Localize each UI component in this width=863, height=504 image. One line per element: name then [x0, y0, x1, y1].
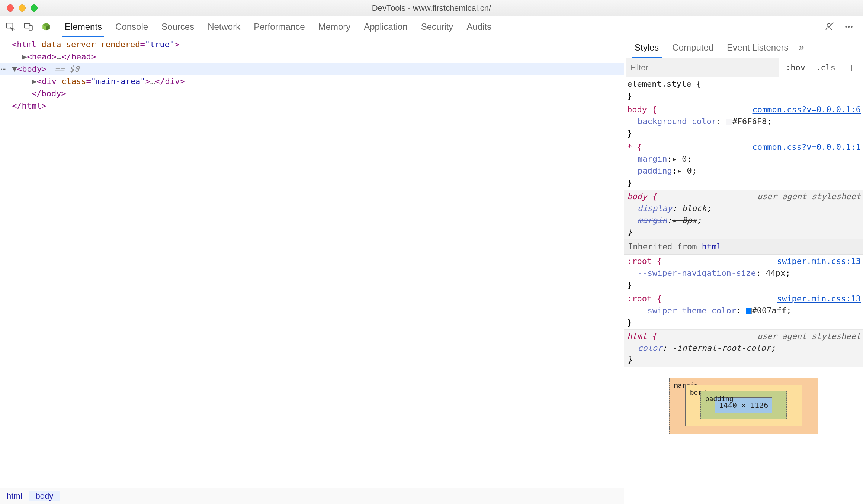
- dom-node[interactable]: ▶<div class="main-area">…</div>: [0, 75, 624, 87]
- source-link[interactable]: swiper.min.css:13: [777, 294, 861, 303]
- tab-security[interactable]: Security: [414, 16, 460, 37]
- window-title: DevTools - www.firstchemical.cn/: [372, 3, 491, 13]
- node-icon[interactable]: [41, 22, 51, 32]
- style-rule-ua[interactable]: user agent stylesheet html { color: -int…: [624, 330, 863, 367]
- overflow-icon[interactable]: ⋯: [0, 63, 12, 75]
- tab-application[interactable]: Application: [357, 16, 414, 37]
- user-icon[interactable]: [824, 22, 835, 32]
- dom-node[interactable]: ▶<head>…</head>: [0, 51, 624, 63]
- svg-point-6: [851, 26, 852, 27]
- inherited-from-bar: Inherited from html: [624, 239, 863, 255]
- devtools-toolbar: Elements Console Sources Network Perform…: [0, 16, 863, 37]
- box-model-padding[interactable]: padding 1440 × 1126: [700, 391, 787, 419]
- tab-memory[interactable]: Memory: [312, 16, 357, 37]
- styles-panel: Styles Computed Event Listeners » :hov .…: [624, 37, 863, 504]
- breadcrumb: html body: [0, 488, 624, 504]
- sidebar-subtabs: Styles Computed Event Listeners »: [624, 37, 863, 58]
- dom-node[interactable]: </body>: [0, 87, 624, 100]
- expand-icon[interactable]: ▶: [22, 51, 27, 63]
- subtab-computed[interactable]: Computed: [665, 37, 720, 58]
- more-icon[interactable]: [844, 22, 854, 32]
- tab-performance[interactable]: Performance: [247, 16, 311, 37]
- tab-audits[interactable]: Audits: [460, 16, 498, 37]
- collapse-icon[interactable]: ▼: [12, 63, 17, 75]
- svg-point-5: [848, 26, 850, 27]
- source-link[interactable]: common.css?v=0.0.0.1:1: [753, 142, 861, 152]
- box-model-border[interactable]: border - padding 1440 × 1126: [685, 385, 802, 426]
- traffic-lights: [7, 4, 38, 12]
- new-style-rule-icon[interactable]: ＋: [841, 61, 863, 75]
- close-window-icon[interactable]: [7, 4, 14, 12]
- expand-icon[interactable]: ▶: [32, 75, 37, 87]
- tab-elements[interactable]: Elements: [58, 16, 109, 37]
- maximize-window-icon[interactable]: [31, 4, 38, 12]
- elements-panel: <html data-server-rendered="true"> ▶<hea…: [0, 37, 624, 504]
- styles-filter-bar: :hov .cls ＋: [624, 58, 863, 77]
- tab-sources[interactable]: Sources: [155, 16, 201, 37]
- dom-node[interactable]: </html>: [0, 100, 624, 112]
- style-rule[interactable]: element.style { }: [624, 77, 863, 103]
- box-model[interactable]: margin - border - padding 1440 × 1126: [624, 367, 863, 445]
- cls-toggle[interactable]: .cls: [811, 63, 841, 72]
- tab-console[interactable]: Console: [109, 16, 155, 37]
- svg-point-3: [827, 23, 831, 27]
- more-subtabs-icon[interactable]: »: [799, 42, 804, 53]
- crumb-html[interactable]: html: [0, 491, 29, 501]
- source-link[interactable]: swiper.min.css:13: [777, 256, 861, 266]
- minimize-window-icon[interactable]: [19, 4, 26, 12]
- color-swatch-icon[interactable]: [746, 308, 752, 314]
- svg-point-4: [845, 26, 847, 27]
- tab-network[interactable]: Network: [201, 16, 247, 37]
- style-rule[interactable]: common.css?v=0.0.0.1:6 body { background…: [624, 103, 863, 140]
- device-toggle-icon[interactable]: [23, 22, 33, 32]
- crumb-body[interactable]: body: [29, 491, 60, 501]
- dom-tree[interactable]: <html data-server-rendered="true"> ▶<hea…: [0, 37, 624, 488]
- style-rule[interactable]: swiper.min.css:13 :root { --swiper-navig…: [624, 255, 863, 292]
- color-swatch-icon[interactable]: [726, 119, 732, 125]
- titlebar: DevTools - www.firstchemical.cn/: [0, 0, 863, 16]
- style-rule[interactable]: swiper.min.css:13 :root { --swiper-theme…: [624, 292, 863, 330]
- style-rule-ua[interactable]: user agent stylesheet body { display: bl…: [624, 190, 863, 239]
- subtab-event-listeners[interactable]: Event Listeners: [720, 37, 795, 58]
- box-model-margin[interactable]: margin - border - padding 1440 × 1126: [669, 378, 818, 434]
- main-tabs: Elements Console Sources Network Perform…: [58, 16, 824, 37]
- subtab-styles[interactable]: Styles: [628, 37, 665, 58]
- svg-rect-2: [29, 25, 32, 30]
- svg-rect-0: [6, 23, 13, 28]
- styles-filter-input[interactable]: [626, 58, 779, 77]
- dom-node-selected[interactable]: ⋯ ▼<body> == $0: [0, 63, 624, 75]
- inspect-element-icon[interactable]: [5, 22, 16, 32]
- dom-node[interactable]: <html data-server-rendered="true">: [0, 38, 624, 51]
- source-link[interactable]: common.css?v=0.0.0.1:6: [753, 105, 861, 114]
- style-rules[interactable]: element.style { } common.css?v=0.0.0.1:6…: [624, 77, 863, 504]
- style-rule[interactable]: common.css?v=0.0.0.1:1 * { margin:▸ 0; p…: [624, 140, 863, 190]
- hov-toggle[interactable]: :hov: [780, 63, 811, 72]
